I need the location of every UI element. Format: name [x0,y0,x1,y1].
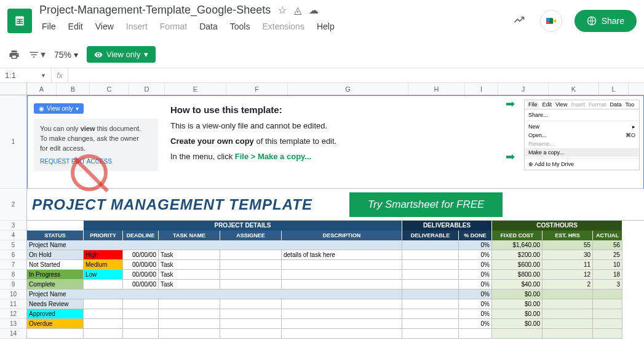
cell[interactable]: 11 [543,260,593,270]
star-icon[interactable]: ☆ [278,4,287,16]
row-header[interactable]: 5 [0,240,26,250]
cell[interactable]: 10 [593,260,622,270]
sheets-logo[interactable] [7,9,32,33]
cloud-icon[interactable]: ☁ [309,4,319,16]
cell[interactable]: 0% [459,280,492,290]
row-header[interactable]: 14 [0,329,26,339]
col-header[interactable]: J [498,83,549,95]
cell[interactable] [402,250,459,260]
cell[interactable]: 0% [459,250,492,260]
cell[interactable] [282,319,402,329]
cell[interactable] [159,309,220,319]
cell[interactable]: 00/00/00 [123,250,159,260]
cell[interactable] [593,299,622,309]
cell[interactable]: $600.00 [492,260,543,270]
row-header[interactable]: 10 [0,290,26,299]
cell[interactable]: Approved [27,309,84,319]
menu-edit[interactable]: Edit [63,19,88,34]
cell[interactable]: High [84,250,123,260]
cell[interactable]: In Progress [27,270,84,280]
print-icon[interactable] [9,49,20,60]
cell[interactable] [402,309,459,319]
cell[interactable] [159,319,220,329]
row-header[interactable]: 3 [0,221,26,231]
cell[interactable]: $0.00 [492,299,543,309]
cell[interactable]: 0% [459,270,492,280]
menu-format[interactable]: Format [155,19,192,34]
cell[interactable] [220,299,282,309]
cell[interactable] [543,319,593,329]
cell[interactable] [220,319,282,329]
cell[interactable]: details of task here [282,250,402,260]
cell[interactable] [282,280,402,290]
cell[interactable]: 00/00/00 [123,260,159,270]
row-header[interactable]: 1 [0,95,26,189]
col-header[interactable]: F [226,83,288,95]
cell[interactable]: Project Name [27,240,402,250]
cell[interactable]: Medium [84,260,123,270]
cell[interactable]: $0.00 [492,309,543,319]
select-all-corner[interactable] [0,83,27,95]
cell[interactable] [84,319,123,329]
try-smartsheet-button[interactable]: Try Smartsheet for FREE [349,192,503,217]
cell[interactable] [84,280,123,290]
cell[interactable]: Low [84,270,123,280]
row-header[interactable]: 6 [0,250,26,260]
cell[interactable]: 3 [593,280,622,290]
cell[interactable]: On Hold [27,250,84,260]
cell[interactable] [123,319,159,329]
cell[interactable] [220,250,282,260]
cell[interactable]: 0% [459,309,492,319]
cell[interactable] [282,309,402,319]
doc-title[interactable]: Project-Management-Template_Google-Sheet… [39,4,271,17]
row-header[interactable]: 12 [0,309,26,319]
cell[interactable]: 0% [459,299,492,309]
cell[interactable]: Needs Review [27,299,84,309]
cell[interactable]: 00/00/00 [123,280,159,290]
cell[interactable] [593,309,622,319]
filter-icon[interactable]: ▾ [28,49,46,60]
cell[interactable] [220,309,282,319]
cell[interactable]: Task [159,280,220,290]
col-header[interactable]: H [408,83,465,95]
cell[interactable]: Project Name [27,290,402,299]
cell[interactable] [593,329,622,339]
cell[interactable] [402,280,459,290]
cell[interactable]: 2 [543,280,593,290]
cell[interactable]: 18 [593,270,622,280]
cell[interactable]: $40.00 [492,280,543,290]
cell[interactable] [492,329,543,339]
cell[interactable]: Task [159,270,220,280]
row-header[interactable]: 11 [0,299,26,309]
cell[interactable] [402,329,459,339]
activity-icon[interactable] [513,14,525,28]
row-header[interactable]: 4 [0,231,26,240]
row-header[interactable]: 8 [0,270,26,280]
menu-file[interactable]: File [37,19,61,34]
cell[interactable]: $800.00 [492,270,543,280]
cell[interactable] [220,270,282,280]
cell[interactable]: 0% [459,319,492,329]
menu-data[interactable]: Data [194,19,223,34]
cell[interactable]: Complete [27,280,84,290]
cell-reference[interactable]: 1:1▼ [0,68,52,82]
cell[interactable] [123,299,159,309]
cell[interactable] [282,329,402,339]
cell[interactable] [123,309,159,319]
col-header[interactable]: C [90,83,129,95]
cell[interactable]: 30 [543,250,593,260]
menu-insert[interactable]: Insert [121,19,153,34]
cell[interactable] [543,299,593,309]
menu-help[interactable]: Help [312,19,340,34]
cell[interactable] [123,329,159,339]
row-header[interactable]: 13 [0,319,26,329]
cell[interactable] [459,329,492,339]
cell[interactable] [402,319,459,329]
cell[interactable] [84,299,123,309]
row-header[interactable]: 7 [0,260,26,270]
cell[interactable] [84,309,123,319]
cell[interactable] [282,270,402,280]
cell[interactable] [402,260,459,270]
cell[interactable]: 25 [593,250,622,260]
cell[interactable] [543,329,593,339]
